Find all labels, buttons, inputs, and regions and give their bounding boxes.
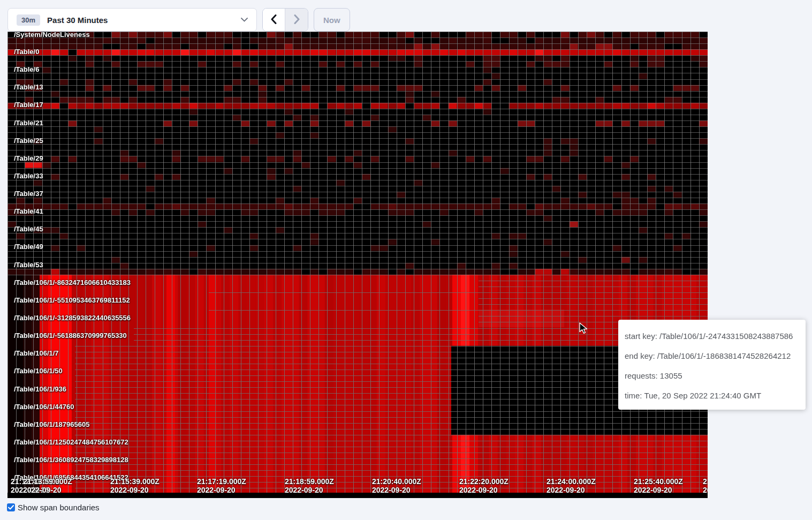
time-range-chip: 30m: [17, 14, 40, 26]
tooltip-start-key: start key: /Table/106/1/-247433150824388…: [625, 326, 800, 346]
key-visualizer-heatmap: /System/NodeLiveness/Table/0/Table/6/Tab…: [7, 32, 708, 498]
next-interval-button[interactable]: [285, 9, 308, 31]
show-span-boundaries-checkbox[interactable]: [7, 503, 15, 511]
previous-interval-button[interactable]: [263, 9, 285, 31]
chevron-right-icon: [294, 14, 300, 26]
chevron-down-icon: [241, 18, 248, 22]
show-span-boundaries-label: Show span boundaries: [18, 503, 100, 512]
span-boundaries-row: Show span boundaries: [7, 503, 100, 512]
now-button[interactable]: Now: [314, 8, 350, 32]
chevron-left-icon: [271, 14, 277, 26]
tooltip-requests: requests: 13055: [625, 366, 800, 386]
tooltip-time: time: Tue, 20 Sep 2022 21:24:40 GMT: [625, 386, 800, 405]
tooltip-end-key: end key: /Table/106/1/-18683814745282642…: [625, 346, 800, 366]
time-nav-button-group: [262, 8, 308, 32]
heatmap-canvas[interactable]: [7, 32, 708, 498]
cell-tooltip: start key: /Table/106/1/-247433150824388…: [618, 320, 806, 410]
time-range-label: Past 30 Minutes: [47, 16, 108, 25]
time-range-dropdown[interactable]: 30m Past 30 Minutes: [7, 8, 257, 32]
